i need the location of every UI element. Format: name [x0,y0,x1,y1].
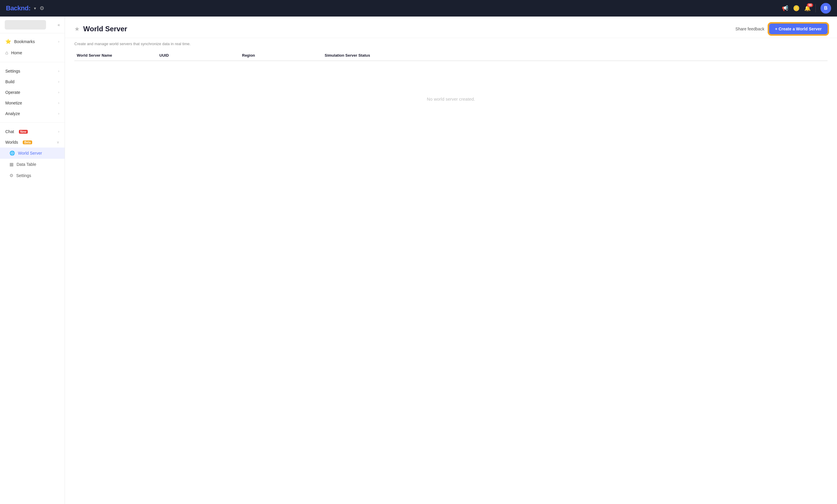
chat-new-badge: New [19,130,28,134]
sidebar-item-build[interactable]: Build › [0,76,65,87]
page-title: World Server [83,25,127,33]
sidebar-operate-label: Operate [5,90,20,95]
sidebar-chat-label: Chat [5,129,14,134]
chevron-right-icon: › [58,111,59,116]
sidebar-build-label: Build [5,79,15,84]
logo[interactable]: Backnd: [6,4,30,12]
sidebar-item-chat[interactable]: Chat New › [0,126,65,137]
chevron-right-icon: › [58,80,59,84]
col-uuid: UUID [157,53,239,57]
sidebar-settings-label: Settings [5,69,20,73]
chevron-right-icon: › [58,129,59,134]
header-left: ★ World Server [74,25,127,33]
col-world-server-name: World Server Name [74,53,157,57]
coins-icon[interactable]: 🪙 [793,5,800,12]
worlds-submenu: 🌐 World Server ▦ Data Table ⚙ Settings [0,147,65,181]
main-content: ★ World Server Share feedback + Create a… [65,17,837,504]
data-table-label: Data Table [17,162,36,167]
page-header: ★ World Server Share feedback + Create a… [65,17,837,38]
header-right: Share feedback + Create a World Server [735,24,827,34]
col-region: Region [239,53,322,57]
sidebar-bottom-section: Chat New › Worlds Beta ∨ 🌐 World Server [0,124,65,183]
topnav-right: 📢 🪙 🔔 99 B [782,3,831,14]
sidebar-home-label: Home [11,51,22,55]
globe-icon: 🌐 [10,150,15,156]
table-container: World Server Name UUID Region Simulation… [65,46,837,144]
empty-message: No world server created. [427,96,475,102]
sidebar-item-worlds-settings[interactable]: ⚙ Settings [0,170,65,181]
sidebar-item-worlds[interactable]: Worlds Beta ∨ [0,137,65,147]
empty-state: No world server created. [74,61,827,137]
favorite-star-icon[interactable]: ★ [74,25,80,33]
logo-text: Backnd [6,4,28,12]
sidebar-item-analyze[interactable]: Analyze › [0,108,65,119]
chevron-right-icon: › [58,69,59,73]
worlds-settings-label: Settings [16,173,31,178]
top-navigation: Backnd: ▾ ⚙ 📢 🪙 🔔 99 B [0,0,837,17]
worlds-beta-badge: Beta [23,141,32,144]
home-icon: ⌂ [5,50,8,55]
chevron-right-icon: › [58,90,59,94]
sidebar-divider-1 [0,62,65,62]
page-subtitle: Create and manage world servers that syn… [65,38,837,46]
chevron-right-icon: › [58,39,59,44]
project-dropdown[interactable]: ▾ [34,6,36,11]
star-icon: ⭐ [5,39,11,44]
sidebar-top-section: ⭐ Bookmarks › ⌂ Home [0,33,65,61]
sidebar-monetize-label: Monetize [5,101,22,105]
share-feedback-button[interactable]: Share feedback [735,26,764,31]
sidebar-middle-section: Settings › Build › Operate › Monetize [0,64,65,121]
sidebar-worlds-label: Worlds [5,140,18,145]
chevron-down-icon: ∨ [57,140,59,144]
world-server-label: World Server [18,151,42,156]
sidebar-item-world-server[interactable]: 🌐 World Server [0,147,65,159]
table-icon: ▦ [10,162,14,167]
main-layout: « ⭐ Bookmarks › ⌂ Home Settings [0,17,837,504]
sidebar-analyze-label: Analyze [5,111,20,116]
topnav-left: Backnd: ▾ ⚙ [6,4,44,12]
sidebar-item-operate[interactable]: Operate › [0,87,65,98]
chevron-right-icon: › [58,101,59,105]
create-world-server-button[interactable]: + Create a World Server [769,24,827,34]
logo-dot: : [28,4,30,12]
sidebar: « ⭐ Bookmarks › ⌂ Home Settings [0,17,65,504]
notification-icon[interactable]: 🔔 99 [804,5,811,12]
sidebar-item-bookmarks[interactable]: ⭐ Bookmarks › [0,36,65,47]
col-simulation-server-status: Simulation Server Status [322,53,827,57]
collapse-icon[interactable]: « [57,22,60,27]
table-header: World Server Name UUID Region Simulation… [74,53,827,61]
sidebar-item-home[interactable]: ⌂ Home [0,47,65,58]
sidebar-header: « [0,17,65,33]
project-placeholder[interactable] [5,20,46,30]
settings-icon: ⚙ [10,173,13,178]
notification-badge: 99 [807,3,813,7]
sidebar-item-monetize[interactable]: Monetize › [0,98,65,108]
avatar[interactable]: B [820,3,831,14]
gear-icon[interactable]: ⚙ [39,5,44,12]
megaphone-icon[interactable]: 📢 [782,5,788,12]
sidebar-item-data-table[interactable]: ▦ Data Table [0,159,65,170]
sidebar-bookmarks-label: Bookmarks [14,39,35,44]
sidebar-item-settings[interactable]: Settings › [0,66,65,76]
chevron-down-icon: ▾ [34,6,36,11]
